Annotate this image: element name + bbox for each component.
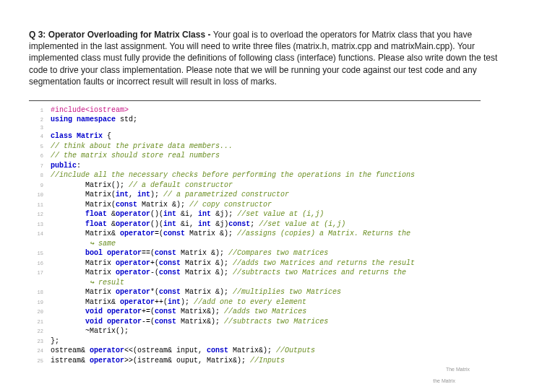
code-line: ↪ same (29, 239, 513, 249)
line-number: 6 (29, 153, 43, 160)
code-content: ↪ result (51, 278, 124, 288)
code-line: 10 Matrix(int, int); // a parametrized c… (29, 190, 513, 200)
line-number: 19 (29, 300, 43, 306)
code-line: 23}; (29, 336, 513, 347)
divider-top (29, 100, 481, 101)
line-number: 23 (29, 339, 43, 345)
code-line: 25istream& operator>>(istream& ouput, Ma… (29, 356, 513, 366)
line-number: 14 (29, 231, 43, 238)
line-number: 20 (29, 309, 43, 315)
code-line: 8//include all the necessary checks befo… (29, 170, 513, 180)
code-content: Matrix operator-(const Matrix &); //subt… (51, 268, 406, 278)
code-content: //include all the necessary checks befor… (51, 170, 415, 180)
code-line: 6// the matrix should store real numbers (29, 151, 513, 161)
line-number: 1 (29, 108, 43, 114)
code-content: Matrix& operator++(int); //add one to ev… (51, 297, 306, 308)
question-title: Q 3: Operator Overloading for Matrix Cla… (29, 30, 213, 40)
code-line: 15 bool operator==(const Matrix &); //Co… (29, 248, 513, 258)
code-content: #include<iostream> (51, 105, 129, 116)
code-content: ostream& operator<<(ostream& input, cons… (51, 346, 315, 356)
code-line: 12 float &operator()(int &i, int &j); //… (29, 209, 513, 219)
line-number: 17 (29, 270, 43, 276)
code-line: 19 Matrix& operator++(int); //add one to… (29, 297, 513, 308)
line-number: 4 (29, 134, 43, 140)
line-number: 18 (29, 289, 43, 296)
code-line: 1#include<iostream> (29, 105, 513, 116)
code-line: 17 Matrix operator-(const Matrix &); //s… (29, 268, 513, 278)
code-line: 22 ~Matrix(); (29, 326, 513, 336)
code-listing: 1#include<iostream>2using namespace std;… (29, 105, 513, 365)
code-line: 24ostream& operator<<(ostream& input, co… (29, 346, 513, 356)
code-line: 18 Matrix operator*(const Matrix &); //m… (29, 287, 513, 297)
code-content: Matrix operator*(const Matrix &); //mult… (51, 287, 341, 297)
code-content: Matrix& operator=(const Matrix &); //ass… (51, 229, 410, 239)
code-line: 7public: (29, 161, 513, 171)
code-content: public: (51, 161, 81, 171)
code-content: float &operator()(int &i, int &j); //set… (51, 209, 324, 219)
line-number: 7 (29, 163, 43, 170)
code-content: Matrix(int, int); // a parametrized cons… (51, 190, 289, 200)
line-number: 25 (29, 358, 43, 365)
code-line: 20 void operator+=(const Matrix&); //add… (29, 307, 513, 317)
code-content: void operator-=(const Matrix&); //subtra… (51, 317, 328, 327)
line-number: 13 (29, 222, 43, 228)
watermark-the-matrix-1: The Matrix (446, 367, 470, 372)
code-content: }; (51, 336, 59, 347)
code-content: float &operator()(int &i, int &j)const; … (51, 219, 345, 230)
line-number: 22 (29, 328, 43, 335)
code-line: 14 Matrix& operator=(const Matrix &); //… (29, 229, 513, 239)
code-content: Matrix(); // a default constructor (51, 180, 233, 191)
code-line: 4class Matrix { (29, 131, 513, 141)
code-content: istream& operator>>(istream& ouput, Matr… (51, 356, 285, 366)
code-content: // think about the private data members.… (51, 141, 233, 152)
code-line: ↪ result (29, 278, 513, 288)
code-line: 11 Matrix(const Matrix &); // copy const… (29, 200, 513, 210)
code-content: Matrix(const Matrix &); // copy construc… (51, 200, 272, 210)
line-number: 9 (29, 183, 43, 189)
line-number: 5 (29, 144, 43, 150)
line-number: 16 (29, 261, 43, 267)
code-line: 5// think about the private data members… (29, 141, 513, 152)
code-content: // the matrix should store real numbers (51, 151, 220, 161)
code-content: class Matrix { (51, 131, 111, 141)
code-line: 9 Matrix(); // a default constructor (29, 180, 513, 191)
page-container: Q 3: Operator Overloading for Matrix Cla… (0, 0, 542, 365)
line-number: 10 (29, 192, 43, 199)
code-content: using namespace std; (51, 115, 137, 125)
watermark-the-matrix-2: the Matrix (433, 378, 455, 383)
code-line: 2using namespace std; (29, 115, 513, 125)
line-number: 3 (29, 125, 43, 131)
question-paragraph: Q 3: Operator Overloading for Matrix Cla… (29, 29, 513, 87)
line-number: 8 (29, 173, 43, 179)
code-line: 3 (29, 125, 513, 131)
code-line: 13 float &operator()(int &i, int &j)cons… (29, 219, 513, 230)
code-content: bool operator==(const Matrix &); //Compa… (51, 248, 328, 258)
line-number: 24 (29, 348, 43, 354)
line-number: 12 (29, 212, 43, 218)
line-number: 21 (29, 319, 43, 326)
code-line: 16 Matrix operator+(const Matrix &); //a… (29, 258, 513, 269)
line-number: 2 (29, 117, 43, 123)
line-number: 11 (29, 202, 43, 209)
code-content: ↪ same (51, 239, 116, 249)
line-number: 15 (29, 251, 43, 257)
code-content: void operator+=(const Matrix&); //adds t… (51, 307, 306, 317)
code-content: ~Matrix(); (51, 326, 129, 336)
code-content: Matrix operator+(const Matrix &); //adds… (51, 258, 415, 269)
code-line: 21 void operator-=(const Matrix&); //sub… (29, 317, 513, 327)
